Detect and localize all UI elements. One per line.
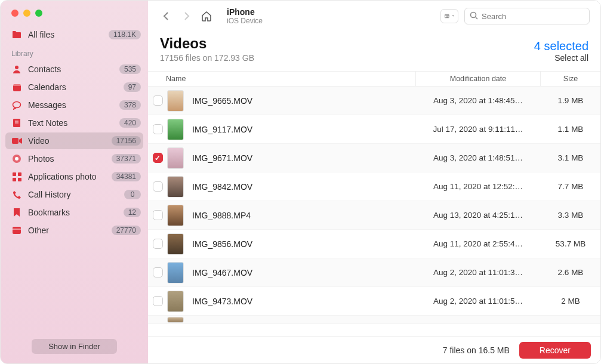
close-dot[interactable]: [11, 10, 19, 17]
sidebar-item-messages[interactable]: Messages 378: [1, 97, 148, 113]
sidebar-label: Messages: [28, 100, 119, 110]
row-checkbox[interactable]: [148, 296, 167, 306]
file-size: 53.7 MB: [541, 239, 600, 248]
table-row[interactable]: [148, 316, 600, 324]
sidebar-item-photos[interactable]: Photos 37371: [1, 150, 148, 167]
search-field[interactable]: [464, 8, 590, 24]
file-size: 2.6 MB: [541, 268, 600, 277]
sidebar-badge: 17156: [112, 136, 141, 146]
file-date: Aug 2, 2020 at 11:01:3…: [415, 268, 541, 277]
phone-icon: [11, 189, 22, 200]
svg-rect-2: [13, 84, 21, 86]
row-checkbox[interactable]: ✓: [148, 153, 167, 163]
col-name[interactable]: Name: [148, 75, 415, 83]
svg-point-9: [15, 157, 19, 161]
file-size: 3.1 MB: [541, 153, 600, 162]
file-size: 2 MB: [541, 297, 600, 306]
svg-rect-13: [18, 178, 21, 181]
sidebar-item-allfiles[interactable]: All files 118.1K: [1, 26, 148, 43]
message-icon: [11, 100, 22, 110]
sidebar-label: Call History: [28, 190, 124, 199]
main-panel: iPhone iOS Device Videos 17156 files on …: [148, 1, 600, 363]
sidebar-item-appphotos[interactable]: Applications photo 34381: [1, 168, 148, 185]
sidebar-badge: 34381: [112, 172, 141, 181]
sidebar-item-bookmarks[interactable]: Bookmarks 12: [1, 204, 148, 221]
sidebar-badge: 12: [124, 208, 141, 217]
sidebar-label: Contacts: [28, 64, 119, 74]
sidebar-item-other[interactable]: Other 27770: [1, 222, 148, 239]
table-row[interactable]: IMG_9856.MOVAug 11, 2020 at 2:55:4…53.7 …: [148, 230, 600, 258]
svg-rect-16: [445, 14, 449, 17]
thumbnail: [167, 176, 184, 198]
sidebar-label: Text Notes: [28, 118, 119, 128]
video-icon: [11, 135, 22, 146]
row-checkbox[interactable]: [148, 124, 167, 134]
view-mode-button[interactable]: [440, 9, 458, 23]
col-size[interactable]: Size: [541, 75, 600, 83]
row-checkbox[interactable]: [148, 210, 167, 220]
sidebar-item-textnotes[interactable]: Text Notes 420: [1, 115, 148, 131]
svg-rect-12: [13, 178, 16, 181]
sidebar-item-callhistory[interactable]: Call History 0: [1, 186, 148, 203]
sidebar-badge: 37371: [112, 154, 141, 164]
row-checkbox[interactable]: [148, 95, 167, 106]
back-button[interactable]: [159, 9, 173, 23]
device-subtitle: iOS Device: [227, 17, 263, 25]
calendar-icon: [11, 82, 22, 92]
select-all-button[interactable]: Select all: [534, 53, 588, 63]
apps-icon: [11, 171, 22, 182]
sidebar-label: Bookmarks: [28, 208, 124, 217]
zoom-dot[interactable]: [35, 10, 42, 17]
table-row[interactable]: IMG_9473.MOVAug 2, 2020 at 11:01:5…2 MB: [148, 287, 600, 316]
toolbar: iPhone iOS Device: [148, 1, 600, 32]
sidebar-item-calendars[interactable]: Calendars 97: [1, 79, 148, 95]
table-row[interactable]: IMG_9842.MOVAug 11, 2020 at 12:52:…7.7 M…: [148, 172, 600, 201]
file-name: IMG_9842.MOV: [192, 182, 415, 192]
file-date: Aug 2, 2020 at 11:01:5…: [415, 297, 541, 306]
table-row[interactable]: IMG_9117.MOVJul 17, 2020 at 9:11:11…1.1 …: [148, 115, 600, 144]
sidebar-badge: 535: [119, 64, 141, 74]
sidebar-item-video[interactable]: Video 17156: [5, 132, 143, 149]
home-button[interactable]: [199, 9, 214, 23]
svg-point-20: [471, 12, 476, 17]
page-subtitle: 17156 files on 172.93 GB: [160, 53, 534, 63]
search-input[interactable]: [482, 12, 584, 21]
sidebar-label: Video: [28, 136, 112, 146]
table-row[interactable]: IMG_9888.MP4Aug 13, 2020 at 4:25:1…3.3 M…: [148, 201, 600, 230]
sidebar-item-contacts[interactable]: Contacts 535: [1, 61, 148, 78]
thumbnail: [167, 262, 184, 283]
other-icon: [11, 225, 22, 236]
svg-point-3: [13, 101, 21, 107]
col-date[interactable]: Modification date: [415, 72, 541, 86]
thumbnail: [167, 147, 184, 169]
forward-button[interactable]: [179, 9, 193, 23]
content-heading: Videos 17156 files on 172.93 GB 4 select…: [148, 32, 600, 65]
table-row[interactable]: ✓IMG_9671.MOVAug 3, 2020 at 1:48:51…3.1 …: [148, 144, 600, 172]
sidebar-label: All files: [28, 30, 109, 39]
file-name: IMG_9671.MOV: [192, 153, 415, 163]
row-checkbox[interactable]: [148, 239, 167, 249]
row-checkbox[interactable]: [148, 267, 167, 277]
bookmark-icon: [11, 207, 22, 218]
table-row[interactable]: IMG_9665.MOVAug 3, 2020 at 1:48:45…1.9 M…: [148, 87, 600, 115]
file-list[interactable]: IMG_9665.MOVAug 3, 2020 at 1:48:45…1.9 M…: [148, 87, 600, 336]
file-name: IMG_9467.MOV: [192, 268, 415, 277]
thumbnail: [167, 90, 184, 112]
breadcrumb: iPhone iOS Device: [227, 7, 263, 25]
thumbnail: [167, 233, 184, 255]
sidebar-section-library: Library: [1, 44, 148, 60]
show-in-finder-button[interactable]: Show in Finder: [32, 339, 117, 354]
selection-status: 7 files on 16.5 MB: [443, 346, 510, 355]
thumbnail: [167, 205, 184, 226]
row-checkbox[interactable]: [148, 181, 167, 192]
sidebar-label: Calendars: [28, 82, 124, 92]
photos-icon: [11, 153, 22, 164]
bottom-bar: 7 files on 16.5 MB Recover: [148, 336, 600, 363]
file-name: IMG_9117.MOV: [192, 125, 415, 134]
sidebar-label: Applications photo: [28, 172, 112, 181]
table-row[interactable]: IMG_9467.MOVAug 2, 2020 at 11:01:3…2.6 M…: [148, 258, 600, 287]
minimize-dot[interactable]: [23, 10, 30, 17]
recover-button[interactable]: Recover: [519, 342, 591, 359]
svg-rect-7: [12, 138, 19, 144]
file-name: IMG_9856.MOV: [192, 239, 415, 249]
